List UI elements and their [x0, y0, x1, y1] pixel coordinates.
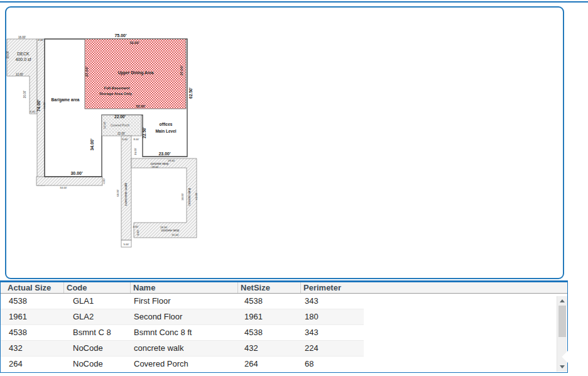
cell-perimeter[interactable]: 343 — [300, 325, 567, 341]
sketch-label: 37.00' — [85, 66, 89, 77]
sketch-label: Bar/game area — [52, 97, 80, 102]
sketch-label: 8.00' — [136, 229, 139, 235]
sketch-label: 62.50' — [188, 87, 193, 99]
cell-net-size[interactable]: 4538 — [237, 325, 300, 341]
table-row[interactable]: 1961GLA2Second Floor1961180 — [1, 309, 567, 325]
cell-perimeter[interactable]: 180 — [300, 309, 567, 325]
sketch-label: 20.00' — [6, 51, 9, 58]
sketch-label: 31.00' — [172, 233, 178, 236]
sketch-label: Covered Porch — [111, 124, 130, 127]
cell-perimeter[interactable]: 68 — [300, 357, 567, 372]
cell-net-size[interactable]: 432 — [237, 341, 300, 357]
sketch-label: 22.00' — [114, 114, 126, 119]
sketch-label: 37.00' — [180, 65, 183, 75]
sketch-label: 30.00' — [181, 193, 184, 200]
sketch-label: 22.00' — [117, 132, 125, 135]
cell-net-size[interactable]: 1961 — [237, 309, 300, 325]
sketch-label: Full Basement — [104, 86, 129, 90]
cell-perimeter[interactable]: 343 — [300, 294, 567, 309]
cell-net-size[interactable]: 4538 — [237, 294, 300, 309]
cell-actual-size[interactable]: 432 — [1, 341, 63, 357]
sketch-canvas[interactable]: 75.00'52.00'Upper Dining AreaFull Baseme… — [0, 0, 588, 280]
sketch-label: 400.0 sf — [16, 57, 31, 62]
sketch-label: 23.00' — [158, 152, 171, 156]
sketch-label: 30.00' — [70, 171, 83, 175]
column-header-actual-size[interactable]: Actual Size — [1, 282, 63, 293]
cell-name[interactable]: First Floor — [130, 294, 237, 309]
sketch-label: 42.00' — [195, 192, 198, 199]
cell-code[interactable]: GLA2 — [63, 309, 130, 325]
area-table: Actual Size Code Name NetSize Perimeter … — [0, 280, 568, 373]
sketch-label: concrete walk — [124, 182, 128, 206]
sketch-label: Storage Area Only — [99, 92, 133, 96]
cell-perimeter[interactable]: 224 — [300, 341, 567, 357]
column-header-perimeter[interactable]: Perimeter — [300, 282, 567, 293]
cell-name[interactable]: Bsmnt Conc 8 ft — [130, 325, 237, 341]
sketch-label: concrete ramp — [188, 187, 191, 206]
deck-area[interactable] — [7, 39, 37, 114]
app-window: 75.00'52.00'Upper Dining AreaFull Baseme… — [0, 0, 588, 376]
table-body: 4538GLA1First Floor45383431961GLA2Second… — [1, 294, 567, 372]
column-header-netsize[interactable]: NetSize — [237, 282, 300, 293]
sketch-label: 22.50' — [142, 127, 146, 138]
sketch-label: 12.00' — [16, 73, 23, 76]
table-row[interactable]: 432NoCodeconcrete walk432224 — [1, 341, 567, 357]
sketch-label: 60.00' — [116, 189, 119, 196]
sketch-label: 4.00' — [30, 110, 36, 113]
sketch-label: 4.00' — [133, 225, 139, 228]
table-row[interactable]: 4538GLA1First Floor4538343 — [1, 294, 567, 309]
sketch-label: 75.00' — [114, 33, 127, 38]
sketch-label: 5.00' — [124, 243, 129, 246]
sketch-label: 4.00' — [102, 178, 106, 184]
sketch-label: offices — [160, 122, 173, 126]
sketch-label: 74.00' — [36, 99, 41, 112]
sketch-label: 16.00' — [134, 148, 137, 155]
cell-code[interactable]: NoCode — [63, 341, 130, 357]
sketch-label: 34.00' — [90, 138, 94, 151]
cell-code[interactable]: NoCode — [63, 357, 130, 372]
sketch-label: 6.00' — [122, 138, 128, 141]
sketch-label: 20.00' — [23, 91, 26, 98]
sketch-label: 8.00' — [134, 138, 139, 141]
table-row[interactable]: 264NoCodeCovered Porch26468 — [1, 357, 567, 372]
sketch-label: concrete ramp — [161, 229, 180, 232]
sketch-label: 16.00' — [18, 36, 26, 39]
sketch-label: 12.00' — [103, 121, 106, 128]
cell-code[interactable]: Bsmnt C 8 — [63, 325, 130, 341]
cell-net-size[interactable]: 264 — [237, 357, 300, 372]
cell-actual-size[interactable]: 1961 — [1, 309, 63, 325]
table-header: Actual Size Code Name NetSize Perimeter — [1, 282, 567, 294]
cell-name[interactable]: Second Floor — [130, 309, 237, 325]
cell-name[interactable]: Covered Porch — [130, 357, 237, 372]
cell-name[interactable]: concrete walk — [130, 341, 237, 357]
cell-actual-size[interactable]: 4538 — [1, 294, 63, 309]
sketch-label: 29.00' — [151, 165, 158, 169]
column-header-name[interactable]: Name — [130, 282, 237, 293]
sketch-label: 52.00' — [129, 41, 139, 45]
sketch-label: 4.00' — [38, 38, 44, 41]
table-row[interactable]: 4538Bsmnt C 8Bsmnt Conc 8 ft4538343 — [1, 325, 567, 341]
bottom-hatch-band[interactable] — [36, 177, 102, 185]
cell-code[interactable]: GLA1 — [63, 294, 130, 309]
sketch-label: Main Level — [155, 129, 176, 133]
sketch-label: Upper Dining Area — [118, 70, 154, 75]
column-header-code[interactable]: Code — [63, 282, 130, 293]
sketch-label: 29.50' — [168, 159, 175, 162]
cell-actual-size[interactable]: 264 — [1, 357, 63, 372]
cell-actual-size[interactable]: 4538 — [1, 325, 63, 341]
sketch-label: 34.00' — [60, 186, 67, 189]
sketch-label: DECK — [17, 52, 30, 56]
sketch-label: 52.00' — [136, 104, 146, 108]
sketch-label: 74.00' — [43, 102, 46, 109]
